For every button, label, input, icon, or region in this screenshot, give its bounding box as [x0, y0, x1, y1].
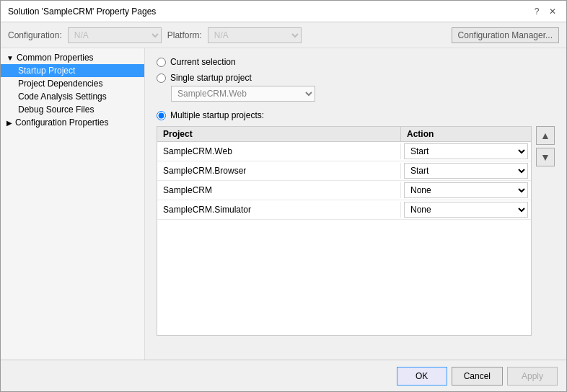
- cancel-button[interactable]: Cancel: [452, 367, 503, 386]
- sidebar-item-configuration-properties[interactable]: ▶ Configuration Properties: [1, 116, 144, 129]
- project-cell: SampleCRM: [157, 182, 401, 198]
- window-controls: ? ✕: [530, 5, 559, 18]
- single-project-select[interactable]: SampleCRM.Web: [171, 86, 315, 102]
- main-dialog: Solution 'SampleCRM' Property Pages ? ✕ …: [0, 0, 567, 392]
- current-selection-label[interactable]: Current selection: [170, 57, 236, 67]
- current-selection-radio[interactable]: [157, 58, 166, 67]
- left-panel: ▼ Common Properties Startup Project Proj…: [1, 48, 145, 360]
- sidebar-item-project-dependencies[interactable]: Project Dependencies: [1, 77, 144, 90]
- multiple-startup-section: Multiple startup projects: Project Actio…: [157, 110, 555, 336]
- action-select[interactable]: None Start Start without debugging: [404, 163, 528, 179]
- title-bar: Solution 'SampleCRM' Property Pages ? ✕: [1, 1, 566, 22]
- platform-select[interactable]: N/A: [208, 27, 302, 43]
- code-analysis-settings-label: Code Analysis Settings: [18, 92, 107, 102]
- up-arrow-icon: ▲: [540, 130, 550, 141]
- project-cell: SampleCRM.Web: [157, 143, 401, 159]
- project-dependencies-label: Project Dependencies: [18, 79, 102, 89]
- table-row: SampleCRM.Web None Start Start without d…: [157, 142, 531, 161]
- ok-button[interactable]: OK: [397, 367, 447, 386]
- help-button[interactable]: ?: [530, 5, 543, 18]
- apply-button[interactable]: Apply: [507, 367, 558, 386]
- table-row: SampleCRM.Simulator None Start Start wit…: [157, 200, 531, 220]
- projects-table-container: Project Action SampleCRM.Web None Start: [157, 126, 555, 336]
- configuration-select[interactable]: N/A: [68, 27, 162, 43]
- content-area: ▼ Common Properties Startup Project Proj…: [1, 48, 566, 360]
- toolbar-row: Configuration: N/A Platform: N/A Configu…: [1, 22, 566, 48]
- platform-label: Platform:: [167, 30, 202, 40]
- close-button[interactable]: ✕: [546, 5, 559, 18]
- sidebar-item-debug-source-files[interactable]: Debug Source Files: [1, 103, 144, 116]
- single-startup-label[interactable]: Single startup project: [170, 73, 252, 83]
- action-select[interactable]: None Start Start without debugging: [404, 202, 528, 218]
- sidebar-item-startup-project[interactable]: Startup Project: [1, 64, 144, 77]
- sidebar-item-code-analysis-settings[interactable]: Code Analysis Settings: [1, 90, 144, 103]
- multiple-startup-label[interactable]: Multiple startup projects:: [170, 110, 264, 120]
- single-startup-row: Single startup project: [157, 73, 555, 83]
- debug-source-files-label: Debug Source Files: [18, 104, 94, 115]
- startup-type-group: Current selection Single startup project…: [157, 57, 555, 336]
- single-startup-radio[interactable]: [157, 74, 166, 83]
- projects-table: Project Action SampleCRM.Web None Start: [157, 126, 532, 336]
- configuration-manager-button[interactable]: Configuration Manager...: [452, 27, 559, 43]
- down-arrow-icon: ▼: [540, 151, 550, 163]
- multiple-startup-radio[interactable]: [157, 111, 166, 120]
- expand-icon: ▶: [6, 119, 12, 127]
- collapse-icon: ▼: [6, 54, 14, 62]
- action-cell: None Start Start without debugging: [401, 142, 531, 161]
- empty-space: [157, 220, 531, 335]
- move-down-button[interactable]: ▼: [536, 148, 555, 166]
- action-select[interactable]: None Start Start without debugging: [404, 182, 528, 198]
- common-properties-label: Common Properties: [17, 53, 94, 63]
- single-startup-section: Single startup project SampleCRM.Web: [157, 73, 555, 102]
- col-header-action: Action: [401, 127, 531, 141]
- table-arrow-buttons: ▲ ▼: [536, 126, 555, 336]
- action-cell: None Start Start without debugging: [401, 181, 531, 200]
- multiple-startup-row: Multiple startup projects:: [157, 110, 555, 120]
- move-up-button[interactable]: ▲: [536, 126, 555, 145]
- project-cell: SampleCRM.Simulator: [157, 202, 401, 218]
- configuration-label: Configuration:: [8, 30, 62, 40]
- action-cell: None Start Start without debugging: [401, 200, 531, 219]
- project-cell: SampleCRM.Browser: [157, 163, 401, 179]
- dialog-title: Solution 'SampleCRM' Property Pages: [8, 6, 156, 17]
- right-panel: Current selection Single startup project…: [145, 48, 566, 360]
- table-header: Project Action: [157, 127, 531, 142]
- action-cell: None Start Start without debugging: [401, 161, 531, 180]
- col-header-project: Project: [157, 127, 401, 141]
- dialog-footer: OK Cancel Apply: [1, 360, 566, 391]
- table-row: SampleCRM.Browser None Start Start witho…: [157, 161, 531, 181]
- current-selection-row: Current selection: [157, 57, 555, 67]
- table-row: SampleCRM None Start Start without debug…: [157, 181, 531, 200]
- startup-project-label: Startup Project: [18, 66, 75, 76]
- sidebar-item-common-properties[interactable]: ▼ Common Properties: [1, 51, 144, 64]
- action-select[interactable]: None Start Start without debugging: [404, 143, 528, 159]
- configuration-properties-label: Configuration Properties: [15, 117, 108, 128]
